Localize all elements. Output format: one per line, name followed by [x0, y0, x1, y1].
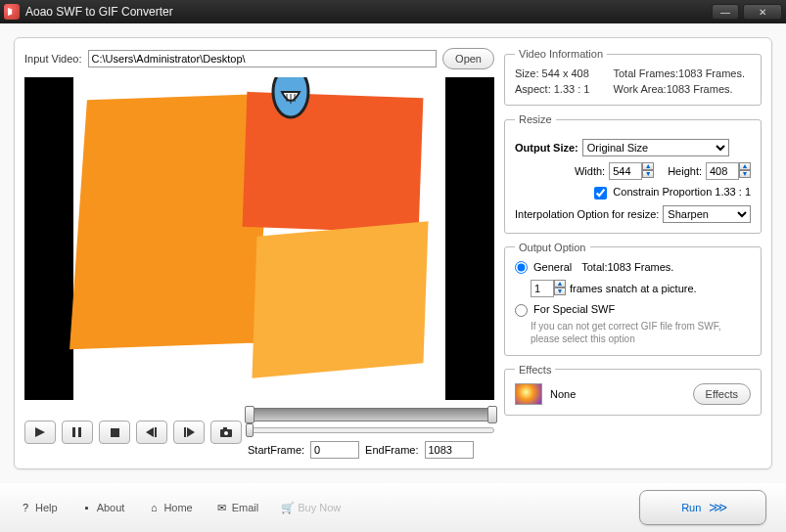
range-start-handle[interactable] — [245, 406, 254, 423]
app-icon — [4, 4, 20, 20]
height-label: Height: — [668, 165, 702, 177]
preview-shape — [252, 221, 428, 377]
interpolation-label: Interpolation Option for resize: — [515, 208, 659, 220]
height-input[interactable] — [706, 162, 739, 180]
svg-marker-8 — [146, 427, 154, 437]
svg-rect-5 — [72, 427, 75, 437]
snatch-down-button[interactable]: ▼ — [554, 288, 566, 295]
width-down-button[interactable]: ▼ — [642, 170, 654, 178]
preview-character — [267, 77, 314, 119]
email-icon: ✉ — [216, 502, 228, 513]
help-icon: ? — [20, 502, 31, 513]
end-frame-input[interactable] — [425, 441, 474, 459]
minimize-button[interactable]: — — [712, 4, 739, 20]
height-down-button[interactable]: ▼ — [739, 170, 751, 178]
resize-group: Resize Output Size: Original Size Width:… — [504, 113, 762, 234]
about-icon: ▪ — [81, 502, 93, 513]
svg-rect-10 — [184, 427, 186, 437]
effects-group: Effects None Effects — [504, 364, 762, 416]
prev-frame-button[interactable] — [136, 421, 167, 444]
range-slider[interactable] — [248, 408, 494, 421]
svg-marker-4 — [35, 427, 45, 437]
stop-button[interactable] — [99, 421, 130, 444]
output-size-label: Output Size: — [515, 142, 578, 154]
effects-legend: Effects — [515, 364, 555, 376]
total-frames-value: 1083 Frames. — [678, 67, 745, 79]
video-information-legend: Video Information — [515, 48, 607, 60]
video-information-group: Video Information Size: 544 x 408 Total … — [504, 48, 762, 106]
home-icon: ⌂ — [148, 502, 160, 513]
width-up-button[interactable]: ▲ — [642, 162, 654, 170]
snapshot-button[interactable] — [210, 421, 242, 444]
snatch-label: frames snatch at a picture. — [570, 283, 697, 294]
height-up-button[interactable]: ▲ — [739, 162, 751, 170]
effect-thumbnail — [515, 383, 542, 405]
input-row: Input Video: Open — [24, 48, 494, 69]
work-area-value: 1083 Frames. — [667, 83, 733, 95]
svg-marker-11 — [187, 427, 195, 437]
help-link[interactable]: ?Help — [20, 502, 58, 513]
footer: ?Help ▪About ⌂Home ✉Email 🛒Buy Now Run>>… — [0, 483, 786, 532]
width-input[interactable] — [609, 162, 642, 180]
effect-name: None — [550, 388, 576, 400]
input-video-label: Input Video: — [24, 53, 82, 65]
play-button[interactable] — [24, 421, 56, 444]
titlebar: Aoao SWF to GIF Converter — ✕ — [0, 0, 786, 23]
svg-point-14 — [224, 431, 228, 435]
chevron-right-icon: >>> — [709, 500, 724, 515]
output-option-legend: Output Option — [515, 242, 590, 253]
next-frame-button[interactable] — [173, 421, 205, 444]
svg-rect-13 — [223, 427, 227, 430]
app-title: Aoao SWF to GIF Converter — [25, 5, 708, 19]
range-end-handle[interactable] — [487, 406, 497, 423]
special-hint: If you can not get correct GIF file from… — [531, 320, 751, 345]
input-video-path[interactable] — [88, 50, 438, 67]
size-value: 544 x 408 — [542, 67, 589, 79]
cart-icon: 🛒 — [282, 502, 294, 513]
start-frame-label: StartFrame: — [248, 444, 304, 456]
width-label: Width: — [575, 165, 605, 177]
position-thumb[interactable] — [246, 423, 254, 437]
close-button[interactable]: ✕ — [743, 4, 782, 20]
effects-button[interactable]: Effects — [693, 383, 751, 405]
svg-rect-6 — [78, 427, 81, 437]
main-panel: Input Video: Open — [14, 37, 772, 469]
snatch-up-button[interactable]: ▲ — [554, 280, 566, 288]
buy-now-link: 🛒Buy Now — [282, 502, 341, 513]
open-button[interactable]: Open — [442, 48, 494, 69]
snatch-input[interactable] — [531, 280, 554, 297]
output-option-group: Output Option General Total:1083 Frames.… — [504, 242, 762, 356]
interpolation-select[interactable]: Sharpen — [663, 205, 751, 223]
about-link[interactable]: ▪About — [81, 502, 125, 513]
video-preview — [24, 77, 494, 400]
svg-rect-7 — [111, 428, 119, 437]
general-radio[interactable]: General — [515, 261, 572, 275]
constrain-proportion-checkbox[interactable]: Constrain Proportion 1.33 : 1 — [594, 186, 751, 200]
home-link[interactable]: ⌂Home — [148, 502, 192, 513]
aspect-value: 1.33 : 1 — [554, 83, 590, 95]
special-swf-radio[interactable]: For Special SWF — [515, 303, 615, 317]
email-link[interactable]: ✉Email — [216, 502, 259, 513]
total-frames-text: Total:1083 Frames. — [581, 261, 673, 273]
pause-button[interactable] — [62, 421, 93, 444]
output-size-select[interactable]: Original Size — [582, 139, 729, 156]
run-button[interactable]: Run>>> — [639, 490, 766, 525]
resize-legend: Resize — [515, 113, 556, 125]
start-frame-input[interactable] — [310, 441, 359, 459]
end-frame-label: EndFrame: — [365, 444, 418, 456]
position-slider[interactable] — [248, 427, 494, 433]
svg-rect-9 — [155, 427, 157, 437]
